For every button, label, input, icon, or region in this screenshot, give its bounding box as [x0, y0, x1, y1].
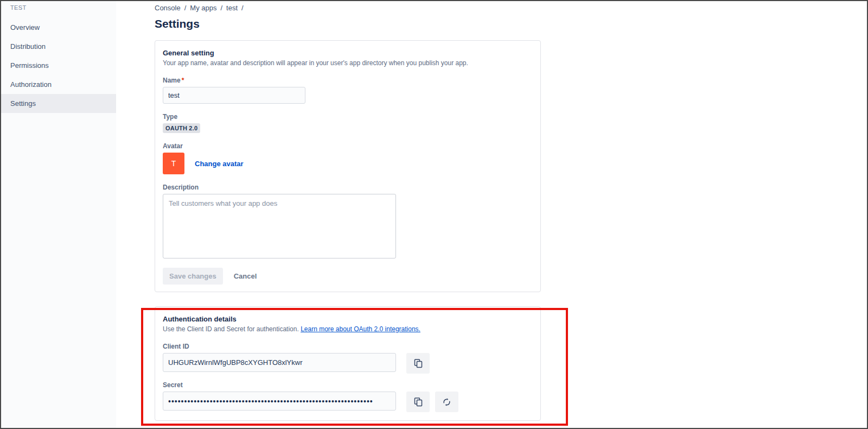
avatar: T — [163, 153, 184, 174]
auth-section-wrapper: Authentication details Use the Client ID… — [155, 306, 541, 421]
sidebar-item-overview[interactable]: Overview — [1, 18, 116, 37]
auth-subtitle: Use the Client ID and Secret for authent… — [163, 325, 533, 333]
breadcrumb-separator: / — [220, 4, 222, 12]
sidebar: TEST Overview Distribution Permissions A… — [1, 1, 116, 428]
description-label: Description — [163, 184, 533, 191]
sidebar-nav: Overview Distribution Permissions Author… — [1, 18, 116, 113]
breadcrumb: Console/My apps/test/ — [155, 4, 867, 12]
regenerate-secret-button[interactable] — [435, 392, 458, 412]
name-label: Name* — [163, 77, 533, 84]
copy-icon — [413, 358, 423, 368]
general-settings-heading: General setting — [163, 49, 533, 58]
sidebar-item-distribution[interactable]: Distribution — [1, 37, 116, 56]
general-settings-card: General setting Your app name, avatar an… — [155, 40, 541, 292]
type-label: Type — [163, 113, 533, 121]
client-id-row — [163, 353, 533, 374]
avatar-row: T Change avatar — [163, 153, 533, 174]
client-id-label: Client ID — [163, 343, 533, 350]
app-window: TEST Overview Distribution Permissions A… — [0, 0, 868, 429]
oauth-learn-more-link[interactable]: Learn more about OAuth 2.0 integrations. — [301, 325, 420, 333]
cancel-button[interactable]: Cancel — [234, 272, 257, 280]
page-title: Settings — [155, 17, 867, 31]
sidebar-item-settings[interactable]: Settings — [1, 94, 116, 113]
secret-input[interactable] — [163, 392, 396, 411]
breadcrumb-app[interactable]: test — [226, 4, 238, 12]
refresh-icon — [442, 398, 451, 407]
secret-row — [163, 392, 533, 412]
save-changes-button[interactable]: Save changes — [163, 268, 223, 285]
authentication-details-card: Authentication details Use the Client ID… — [155, 306, 541, 421]
copy-client-id-button[interactable] — [406, 353, 430, 374]
breadcrumb-my-apps[interactable]: My apps — [190, 4, 216, 12]
breadcrumb-console[interactable]: Console — [155, 4, 181, 12]
form-buttons: Save changes Cancel — [163, 268, 533, 285]
copy-secret-button[interactable] — [406, 392, 430, 412]
name-input[interactable] — [163, 87, 305, 104]
avatar-label: Avatar — [163, 142, 533, 150]
sidebar-item-permissions[interactable]: Permissions — [1, 56, 116, 75]
main-content: Console/My apps/test/ Settings General s… — [116, 1, 867, 428]
auth-heading: Authentication details — [163, 315, 533, 324]
copy-icon — [413, 397, 423, 407]
sidebar-app-name: TEST — [1, 1, 116, 11]
oauth-type-badge: OAUTH 2.0 — [163, 123, 200, 133]
breadcrumb-separator: / — [184, 4, 187, 12]
description-textarea[interactable] — [163, 194, 396, 258]
general-settings-subtitle: Your app name, avatar and description wi… — [163, 59, 533, 67]
breadcrumb-separator: / — [241, 4, 244, 12]
sidebar-item-authorization[interactable]: Authorization — [1, 75, 116, 94]
change-avatar-link[interactable]: Change avatar — [195, 160, 244, 168]
required-asterisk: * — [182, 77, 184, 84]
client-id-input[interactable] — [163, 353, 396, 372]
secret-label: Secret — [163, 381, 533, 389]
